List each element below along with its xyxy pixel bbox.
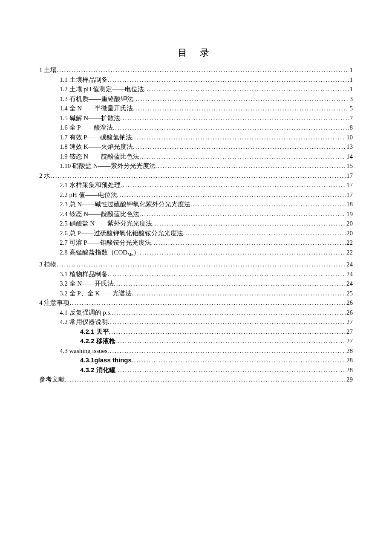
toc-page-number: 1 [349, 75, 353, 85]
toc-entry: 4.3.1glass things 28 [39, 356, 353, 365]
toc-entry: 2.7 可溶 P——钼酸铵分光光度法22 [39, 238, 353, 248]
toc-entry: 1 土壤 1 [39, 65, 353, 75]
toc-entry: 参考文献 29 [39, 375, 353, 384]
toc-page-number: 25 [346, 289, 353, 298]
toc-entry: 1.3 有机质——重铬酸钾法 3 [39, 94, 353, 104]
toc-dots [117, 190, 346, 200]
toc-dots [113, 123, 349, 133]
toc-page-number: 20 [346, 228, 353, 238]
toc-page-number: 3 [349, 94, 353, 104]
toc-page-number: 28 [346, 346, 353, 356]
toc-entry-label: 1.8 速效 K——火焰光度法 [60, 142, 133, 152]
toc-entry: 1.2 土壤 pH 值测定——电位法 1 [39, 84, 353, 94]
toc-entry: 2.4 铵态 N——靛酚蓝比色法19 [39, 209, 353, 219]
toc-entry: 1.6 全 P——酸溶法8 [39, 123, 353, 133]
header-divider [39, 30, 353, 30]
toc-page-number: 14 [346, 152, 353, 162]
toc-entry: 1.7 有效 P——碳酸氢钠法10 [39, 133, 353, 142]
toc-dots [183, 228, 346, 238]
toc-dots [133, 142, 346, 152]
toc-entry-label: 4.3.1glass things [80, 356, 132, 365]
toc-dots [108, 317, 346, 327]
toc-entry-label: 4.2 常用仪器说明 [60, 317, 108, 327]
toc-entry-label: 4.2.1 天平 [80, 327, 109, 337]
toc-dots [156, 161, 346, 171]
toc-entry-label: 1.7 有效 P——碳酸氢钠法 [60, 133, 132, 142]
toc-entry-label: 4.3 washing issues [60, 346, 107, 356]
toc-dots [133, 94, 349, 104]
toc-dots [151, 238, 346, 248]
toc-page-number: 22 [346, 248, 353, 257]
toc-entry-label: 3.1 植物样品制备 [60, 269, 108, 279]
toc-page-number: 24 [346, 260, 353, 269]
toc-container: 1 土壤 11.1 土壤样品制备 11.2 土壤 pH 值测定——电位法 11.… [39, 65, 353, 384]
toc-page-number: 10 [346, 133, 353, 142]
toc-entry: 2 水 17 [39, 171, 353, 181]
toc-dots [140, 248, 346, 257]
toc-entry: 2.3 总 N——碱性过硫酸钾氧化紫外分光光度法18 [39, 199, 353, 209]
toc-page-number: 27 [346, 317, 353, 327]
toc-page-number: 28 [346, 365, 353, 375]
toc-page-number: 13 [346, 142, 353, 152]
toc-entry-label: 1.1 土壤样品制备 [60, 75, 108, 85]
toc-page-number: 17 [346, 180, 353, 190]
toc-entry: 4.1 反复强调的 p.s.26 [39, 308, 353, 318]
toc-entry-label: 2.7 可溶 P——钼酸铵分光光度法 [60, 238, 151, 248]
toc-entry: 4.3.2 消化罐28 [39, 365, 353, 375]
toc-page-number: 17 [346, 190, 353, 200]
toc-entry: 4.2.1 天平27 [39, 327, 353, 337]
toc-entry: 2.8 高锰酸盐指数（CODMn） 22 [39, 248, 353, 260]
toc-entry-label: 1.9 铵态 N——靛酚蓝比色法 [60, 152, 139, 162]
toc-entry: 1.5 碱解 N——扩散法7 [39, 113, 353, 123]
toc-dots [152, 219, 346, 228]
toc-dots [107, 346, 346, 356]
toc-entry-label: 1.10 硝酸盐 N——紫外分光光度法 [60, 161, 156, 171]
toc-entry-label: 1.5 碱解 N——扩散法 [60, 113, 120, 123]
toc-page-number: 27 [346, 327, 353, 337]
toc-entry: 3 植物 24 [39, 260, 353, 269]
toc-dots [132, 133, 346, 142]
toc-entry-label: 4.3.2 消化罐 [80, 365, 115, 375]
toc-entry: 4 注意事项 26 [39, 298, 353, 308]
toc-page-number: 24 [346, 269, 353, 279]
toc-dots [144, 84, 349, 94]
toc-page-number: 7 [349, 113, 353, 123]
toc-entry-label: 4 注意事项 [39, 298, 69, 308]
toc-dots [133, 104, 349, 113]
toc-dots [115, 365, 346, 375]
toc-entry: 1.10 硝酸盐 N——紫外分光光度法15 [39, 161, 353, 171]
toc-dots [50, 171, 346, 181]
toc-entry: 3.2 全 P、全 K——光谱法 25 [39, 289, 353, 298]
toc-entry: 1.4 全 N——半微量开氏法5 [39, 104, 353, 113]
toc-entry: 4.2 常用仪器说明 27 [39, 317, 353, 327]
toc-dots [132, 289, 346, 298]
toc-entry-label: 2.1 水样采集和预处理 [60, 180, 121, 190]
toc-entry: 2.2 pH 值——电位法 17 [39, 190, 353, 200]
toc-page-number: 29 [346, 375, 353, 384]
toc-dots [57, 260, 346, 269]
toc-entry: 2.6 总 P——过硫酸钾氧化钼酸铵分光光度法20 [39, 228, 353, 238]
toc-entry-label: 4.2.2 移液枪 [80, 336, 115, 346]
toc-entry-label: 1.6 全 P——酸溶法 [60, 123, 113, 133]
toc-dots [109, 327, 346, 337]
toc-dots [65, 375, 346, 384]
toc-page-number: 20 [346, 219, 353, 228]
toc-page-number: 26 [346, 308, 353, 318]
toc-dots [57, 65, 349, 75]
toc-entry-label: 1.2 土壤 pH 值测定——电位法 [60, 84, 144, 94]
toc-entry-label: 1.3 有机质——重铬酸钾法 [60, 94, 133, 104]
toc-page-number: 22 [346, 238, 353, 248]
toc-page-number: 5 [349, 104, 353, 113]
toc-entry-label: 2.3 总 N——碱性过硫酸钾氧化紫外分光光度法 [60, 199, 190, 209]
toc-page-number: 15 [346, 161, 353, 171]
toc-entry-label: 1 土壤 [39, 65, 57, 75]
toc-entry: 1.9 铵态 N——靛酚蓝比色法14 [39, 152, 353, 162]
toc-dots [115, 336, 346, 346]
toc-entry-label: 4.1 反复强调的 p.s. [60, 308, 112, 318]
toc-dots [139, 209, 346, 219]
toc-entry-label: 3.2 全 N——开氏法 [60, 279, 114, 289]
toc-page-number: 8 [349, 123, 353, 133]
toc-dots [112, 308, 346, 318]
toc-entry: 4.2.2 移液枪27 [39, 336, 353, 346]
toc-page-number: 19 [346, 209, 353, 219]
